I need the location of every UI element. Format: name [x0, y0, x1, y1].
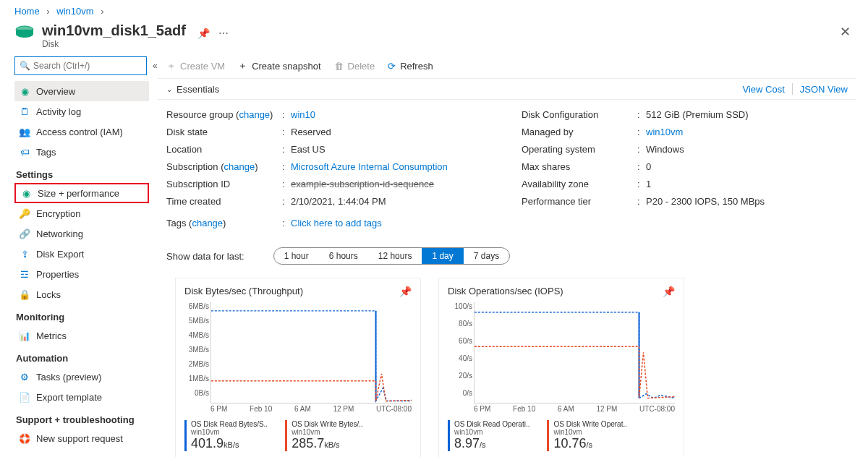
throughput-chart-card: Disk Bytes/sec (Throughput) 📌 6MB/s5MB/s…: [175, 278, 421, 457]
chevron-down-icon: ⌄: [166, 85, 172, 93]
chart-title: Disk Operations/sec (IOPS): [448, 286, 675, 296]
essentials-label: Essentials: [176, 84, 219, 95]
sidebar-item-encryption[interactable]: 🔑 Encryption: [14, 203, 149, 223]
disk-icon: [14, 25, 35, 40]
refresh-button[interactable]: ⟳ Refresh: [388, 61, 433, 72]
sidebar-item-properties[interactable]: ☲ Properties: [14, 264, 149, 284]
page-title: win10vm_disk1_5adf: [42, 22, 186, 39]
disk-icon: ◉: [19, 85, 30, 97]
change-sub-link[interactable]: change: [224, 161, 255, 172]
essentials-header[interactable]: ⌄ Essentials View Cost JSON View: [158, 79, 856, 100]
plus-icon: ＋: [166, 59, 176, 72]
subscription-value[interactable]: Microsoft Azure Internal Consumption: [291, 161, 493, 172]
location-value: East US: [291, 144, 493, 155]
sidebar-item-iam[interactable]: 👥 Access control (IAM): [14, 121, 149, 142]
chart-title: Disk Bytes/sec (Throughput): [184, 286, 412, 296]
network-icon: 🔗: [19, 228, 30, 239]
view-cost-link[interactable]: View Cost: [742, 84, 784, 95]
timerange-7days[interactable]: 7 days: [464, 248, 509, 264]
json-view-link[interactable]: JSON View: [800, 84, 848, 95]
sidebar-group-settings: Settings: [16, 169, 149, 180]
timerange-6hours[interactable]: 6 hours: [319, 248, 368, 264]
perf-tier-value: P20 - 2300 IOPS, 150 MBps: [646, 196, 848, 207]
managed-by-value[interactable]: win10vm: [646, 127, 848, 137]
sidebar-item-label: Locks: [36, 289, 61, 300]
sidebar-item-label: Disk Export: [36, 249, 84, 260]
sidebar-item-support[interactable]: 🛟 New support request: [14, 428, 149, 448]
sidebar-group-monitoring: Monitoring: [16, 312, 149, 323]
sidebar-item-label: Tasks (preview): [36, 372, 101, 383]
disk-icon: ◉: [20, 187, 32, 199]
pin-icon[interactable]: 📌: [399, 286, 412, 297]
disk-config-value: 512 GiB (Premium SSD): [646, 109, 848, 120]
sidebar-item-locks[interactable]: 🔒 Locks: [14, 284, 149, 304]
legend-write: OS Disk Write Operat.. win10vm 10.76/s: [547, 420, 627, 451]
lock-icon: 🔒: [19, 289, 30, 300]
create-snapshot-button[interactable]: ＋ Create snapshot: [238, 59, 320, 72]
timerange-12hours[interactable]: 12 hours: [368, 248, 422, 264]
tasks-icon: ⚙: [19, 371, 30, 383]
sidebar-item-overview[interactable]: ◉ Overview: [14, 81, 149, 101]
chart-plot[interactable]: [474, 302, 675, 403]
timerange-selector: 1 hour 6 hours 12 hours 1 day 7 days: [273, 247, 510, 265]
sidebar: 🔍 « ◉ Overview 🗒 Activity log 👥 Access c…: [0, 56, 158, 457]
sidebar-item-metrics[interactable]: 📊 Metrics: [14, 325, 149, 346]
y-axis-ticks: 6MB/s5MB/s4MB/s3MB/s2MB/s1MB/s0B/s: [184, 302, 209, 397]
sidebar-item-networking[interactable]: 🔗 Networking: [14, 223, 149, 244]
y-axis-ticks: 100/s80/s60/s40/s20/s0/s: [448, 302, 472, 397]
sidebar-item-tasks[interactable]: ⚙ Tasks (preview): [14, 367, 149, 387]
trash-icon: 🗑: [334, 61, 344, 72]
sidebar-item-export-template[interactable]: 📄 Export template: [14, 387, 149, 407]
search-box[interactable]: 🔍: [14, 56, 147, 75]
sidebar-group-support: Support + troubleshooting: [16, 414, 149, 425]
timerange-1hour[interactable]: 1 hour: [274, 248, 319, 264]
timerange-1day[interactable]: 1 day: [422, 248, 463, 264]
tag-icon: 🏷: [19, 146, 30, 158]
add-tags-link[interactable]: Click here to add tags: [291, 218, 493, 228]
plus-icon: ＋: [238, 59, 247, 72]
sidebar-item-label: Export template: [36, 392, 102, 403]
az-value: 1: [646, 179, 848, 189]
sidebar-item-label: Tags: [36, 147, 56, 158]
export-icon: ⇪: [19, 248, 30, 260]
breadcrumb-parent[interactable]: win10vm: [56, 6, 93, 17]
sidebar-item-label: Overview: [36, 86, 75, 97]
page-header: win10vm_disk1_5adf 📌 ⋯ Disk ✕: [0, 20, 868, 56]
legend-write: OS Disk Write Bytes/.. win10vm 285.7kB/s: [285, 420, 363, 451]
sidebar-item-label: Size + performance: [38, 188, 119, 199]
log-icon: 🗒: [19, 106, 30, 117]
metrics-icon: 📊: [19, 330, 30, 341]
rg-value[interactable]: win10: [291, 109, 493, 120]
more-icon[interactable]: ⋯: [218, 27, 229, 39]
breadcrumb-home[interactable]: Home: [14, 6, 40, 17]
pin-icon[interactable]: 📌: [663, 286, 675, 297]
disk-state-value: Reserved: [291, 127, 493, 137]
change-tags-link[interactable]: change: [192, 218, 223, 228]
collapse-sidebar-icon[interactable]: «: [153, 61, 158, 71]
search-icon: 🔍: [20, 61, 30, 71]
delete-button: 🗑 Delete: [334, 61, 375, 72]
toolbar: ＋ Create VM ＋ Create snapshot 🗑 Delete ⟳…: [158, 56, 856, 78]
subscription-id-value: example-subscription-id-sequence: [291, 179, 493, 189]
close-icon[interactable]: ✕: [840, 24, 851, 40]
max-shares-value: 0: [646, 161, 848, 172]
people-icon: 👥: [19, 126, 30, 137]
legend-read: OS Disk Read Bytes/S.. win10vm 401.9kB/s: [184, 420, 268, 451]
sidebar-item-size-performance[interactable]: ◉ Size + performance: [14, 183, 149, 203]
sidebar-item-label: Activity log: [36, 106, 81, 117]
x-axis-ticks: 6 PMFeb 106 AM12 PMUTC-08:00: [474, 405, 675, 413]
template-icon: 📄: [19, 391, 30, 403]
os-value: Windows: [646, 144, 848, 155]
change-rg-link[interactable]: change: [239, 109, 270, 120]
search-input[interactable]: [33, 61, 142, 71]
sidebar-item-activity-log[interactable]: 🗒 Activity log: [14, 101, 149, 121]
key-icon: 🔑: [19, 208, 30, 219]
sidebar-item-label: Encryption: [36, 208, 80, 219]
chart-plot[interactable]: [210, 302, 412, 403]
pin-icon[interactable]: 📌: [197, 27, 210, 39]
create-vm-button: ＋ Create VM: [166, 59, 225, 72]
sidebar-item-tags[interactable]: 🏷 Tags: [14, 142, 149, 162]
timerange-label: Show data for last:: [166, 251, 244, 262]
sidebar-item-disk-export[interactable]: ⇪ Disk Export: [14, 244, 149, 264]
iops-chart-card: Disk Operations/sec (IOPS) 📌 100/s80/s60…: [438, 278, 684, 457]
